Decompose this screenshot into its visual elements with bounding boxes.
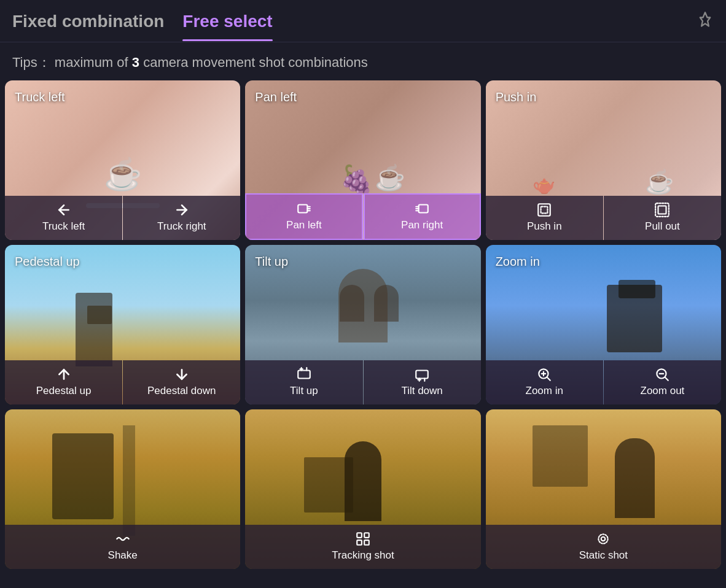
main-container: Fixed combination Free select Tips： maxi… <box>0 0 726 574</box>
btn-truck-left-label: Truck left <box>42 220 85 233</box>
card-pan-footer: Pan leftPan right <box>245 193 480 240</box>
card-tracking-footer: Tracking shot <box>245 525 480 569</box>
card-zoom-footer: Zoom inZoom out <box>486 360 721 404</box>
card-tilt-footer: Tilt upTilt down <box>245 360 480 404</box>
btn-static-shot-label: Static shot <box>579 549 628 562</box>
svg-rect-33 <box>357 540 362 545</box>
btn-pedestal-up[interactable]: Pedestal up <box>5 360 122 404</box>
btn-pan-right-label: Pan right <box>401 219 443 231</box>
tilt-down-icon <box>414 366 430 382</box>
svg-rect-11 <box>541 207 548 214</box>
btn-tracking-shot[interactable]: Tracking shot <box>245 525 480 569</box>
btn-tilt-down[interactable]: Tilt down <box>364 360 481 404</box>
static-icon <box>595 531 611 547</box>
arrow-up-icon <box>56 366 72 382</box>
tab-free[interactable]: Free select <box>182 12 272 41</box>
svg-rect-6 <box>419 205 428 213</box>
card-shake-footer: Shake <box>5 525 240 569</box>
card-push: ☕ 🫖 Push inPush inPull out <box>486 80 721 240</box>
btn-push-in[interactable]: Push in <box>486 196 603 240</box>
btn-tracking-shot-label: Tracking shot <box>332 549 394 562</box>
zoom-in-icon <box>536 366 552 382</box>
pin-icon[interactable] <box>697 11 714 42</box>
card-tilt: Tilt upTilt upTilt down <box>245 245 480 404</box>
pan-left-icon <box>296 201 312 217</box>
card-static-footer: Static shot <box>486 525 721 569</box>
arrow-left-icon <box>56 202 72 218</box>
tabs-header: Fixed combination Free select <box>0 0 726 42</box>
btn-pedestal-up-label: Pedestal up <box>36 385 92 397</box>
card-push-title: Push in <box>496 90 537 104</box>
svg-rect-34 <box>364 540 369 545</box>
btn-pedestal-down-label: Pedestal down <box>147 385 216 397</box>
card-pan: 🍇 ☕ Pan leftPan leftPan right <box>245 80 480 240</box>
btn-truck-right[interactable]: Truck right <box>123 196 240 240</box>
tips-text: Tips： maximum of 3 camera movement shot … <box>0 42 726 80</box>
svg-rect-20 <box>416 371 428 379</box>
svg-rect-13 <box>656 203 669 217</box>
zoom-out-icon <box>654 366 670 382</box>
arrow-down-icon <box>174 366 190 382</box>
svg-point-35 <box>601 537 606 541</box>
card-truck-footer: Truck leftTruck right <box>5 196 240 240</box>
btn-pan-left-label: Pan left <box>286 219 322 231</box>
btn-pull-out-label: Pull out <box>645 220 680 233</box>
svg-rect-32 <box>364 533 369 538</box>
tilt-up-icon <box>296 366 312 382</box>
push-in-icon <box>536 202 552 218</box>
card-pan-title: Pan left <box>255 90 297 104</box>
btn-static-shot[interactable]: Static shot <box>486 525 721 569</box>
btn-push-in-label: Push in <box>527 220 562 233</box>
card-pedestal-footer: Pedestal upPedestal down <box>5 360 240 404</box>
pan-right-icon <box>414 201 430 217</box>
pull-out-icon <box>654 202 670 218</box>
btn-zoom-out-label: Zoom out <box>641 385 685 397</box>
svg-rect-12 <box>658 206 666 214</box>
card-pedestal: Pedestal upPedestal upPedestal down <box>5 245 240 404</box>
shake-icon <box>115 531 131 547</box>
svg-line-29 <box>665 377 668 381</box>
svg-rect-10 <box>538 204 550 216</box>
svg-rect-31 <box>357 533 362 538</box>
svg-point-36 <box>599 534 608 543</box>
btn-zoom-in-label: Zoom in <box>526 385 563 397</box>
svg-line-25 <box>547 377 550 381</box>
card-push-footer: Push inPull out <box>486 196 721 240</box>
btn-tilt-up[interactable]: Tilt up <box>245 360 362 404</box>
svg-rect-2 <box>298 205 307 213</box>
btn-zoom-out[interactable]: Zoom out <box>604 360 721 404</box>
card-zoom-title: Zoom in <box>496 255 540 269</box>
card-truck-title: Truck left <box>15 90 65 104</box>
btn-shake-label: Shake <box>108 549 138 562</box>
tab-fixed[interactable]: Fixed combination <box>12 12 164 41</box>
btn-tilt-down-label: Tilt down <box>401 385 442 397</box>
tracking-icon <box>355 531 371 547</box>
btn-truck-right-label: Truck right <box>157 220 206 233</box>
card-shake: Shake <box>5 409 240 569</box>
card-truck: ☕ Truck leftTruck leftTruck right <box>5 80 240 240</box>
svg-rect-16 <box>298 371 310 379</box>
btn-pan-right[interactable]: Pan right <box>364 193 481 240</box>
btn-zoom-in[interactable]: Zoom in <box>486 360 603 404</box>
card-tracking: Tracking shot <box>245 409 480 569</box>
btn-truck-left[interactable]: Truck left <box>5 196 122 240</box>
card-tilt-title: Tilt up <box>255 255 288 269</box>
btn-tilt-up-label: Tilt up <box>290 385 318 397</box>
arrow-right-icon <box>174 202 190 218</box>
card-pedestal-title: Pedestal up <box>15 255 80 269</box>
btn-shake[interactable]: Shake <box>5 525 240 569</box>
cards-grid: ☕ Truck leftTruck leftTruck right 🍇 ☕ Pa… <box>0 80 726 574</box>
card-static: Static shot <box>486 409 721 569</box>
btn-pull-out[interactable]: Pull out <box>604 196 721 240</box>
btn-pan-left[interactable]: Pan left <box>245 193 362 240</box>
btn-pedestal-down[interactable]: Pedestal down <box>123 360 240 404</box>
card-zoom: Zoom inZoom inZoom out <box>486 245 721 404</box>
